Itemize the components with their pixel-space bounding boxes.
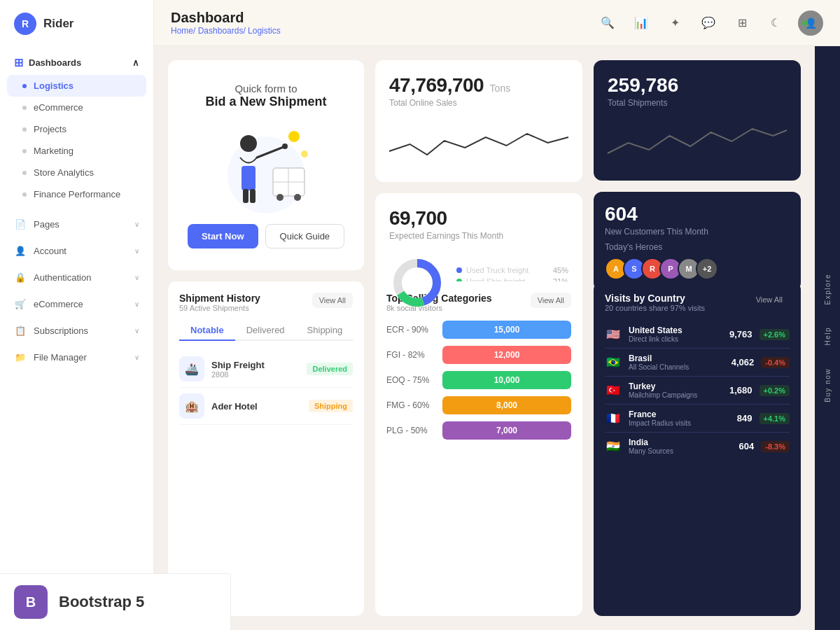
- country-info: France Impact Radius visits: [629, 410, 730, 427]
- dot: [22, 192, 27, 197]
- sidebar: R Rider ⊞ Dashboards ∧ Logistics eCommer…: [0, 0, 154, 630]
- svg-rect-5: [241, 166, 255, 190]
- chevron-down-icon: ∨: [134, 300, 139, 308]
- sidebar-item-projects[interactable]: Projects: [0, 118, 153, 140]
- tr-flag: 🇹🇷: [605, 385, 622, 396]
- svg-rect-6: [243, 189, 248, 203]
- customers-number: 604: [605, 203, 790, 225]
- help-edge-button[interactable]: Help: [818, 316, 837, 357]
- dashboards-label: Dashboards: [29, 57, 81, 68]
- chevron-down-icon: ∨: [134, 354, 139, 361]
- dashboard-icon: ⊞: [14, 56, 23, 69]
- country-info: Brasil All Social Channels: [629, 354, 724, 371]
- tab-shipping[interactable]: Shipping: [296, 321, 354, 341]
- country-title: Visits by Country: [605, 293, 705, 304]
- settings-icon[interactable]: ✦: [664, 12, 686, 34]
- country-section-header: Visits by Country 20 countries share 97%…: [605, 293, 790, 312]
- header: Dashboard Home/ Dashboards/ Logistics 🔍 …: [154, 0, 840, 46]
- messages-icon[interactable]: 💬: [697, 12, 720, 34]
- svg-rect-7: [250, 189, 255, 203]
- country-view-all-button[interactable]: View All: [749, 293, 790, 307]
- country-item-us: 🇺🇸 United States Direct link clicks 9,76…: [605, 321, 790, 349]
- dashboards-header[interactable]: ⊞ Dashboards ∧: [0, 50, 153, 75]
- shipments-number: 259,786: [608, 74, 787, 97]
- sidebar-item-finance[interactable]: Finance Performance: [0, 183, 153, 205]
- total-sales-label: Total Online Sales: [389, 98, 568, 108]
- ship-icon: 🏨: [179, 393, 204, 419]
- category-item-ecr: ECR - 90% 15,000: [386, 321, 571, 339]
- ship-info: Ship Freight 2808: [211, 360, 300, 379]
- donut-chart: [389, 255, 445, 311]
- ship-name: Ader Hotel: [211, 401, 302, 412]
- shipment-history-title-group: Shipment History 59 Active Shipments: [179, 293, 260, 312]
- us-flag: 🇺🇸: [605, 329, 622, 340]
- sidebar-item-subscriptions[interactable]: 📋 Subscriptions ∨: [0, 317, 153, 344]
- dashboards-section: ⊞ Dashboards ∧ Logistics eCommerce Proje…: [0, 48, 153, 208]
- sidebar-item-ecommerce[interactable]: eCommerce: [0, 97, 153, 118]
- country-item-br: 🇧🇷 Brasil All Social Channels 4,062 -0.4…: [605, 349, 790, 377]
- hero-avatar-extra: +2: [696, 258, 718, 280]
- grid-icon[interactable]: ⊞: [731, 12, 753, 34]
- chart-icon[interactable]: 📊: [630, 12, 652, 34]
- svg-point-11: [276, 194, 284, 201]
- header-left: Dashboard Home/ Dashboards/ Logistics: [171, 10, 281, 36]
- tab-notable[interactable]: Notable: [179, 321, 235, 341]
- ship-icon: 🚢: [179, 356, 204, 382]
- start-now-button[interactable]: Start Now: [188, 224, 258, 248]
- dark-mode-icon[interactable]: ☾: [764, 12, 787, 34]
- sidebar-item-ecommerce2[interactable]: 🛒 eCommerce ∨: [0, 290, 153, 317]
- in-change: -8.3%: [761, 441, 790, 452]
- dot: [22, 171, 27, 175]
- explore-edge-button[interactable]: Explore: [818, 262, 837, 316]
- search-icon[interactable]: 🔍: [596, 12, 619, 34]
- br-change: -0.4%: [761, 357, 790, 368]
- sidebar-item-logistics[interactable]: Logistics: [7, 75, 146, 97]
- pages-icon: 📄: [14, 218, 27, 230]
- sidebar-item-marketing[interactable]: Marketing: [0, 140, 153, 162]
- content-area: Quick form to Bid a New Shipment: [154, 46, 840, 630]
- quick-guide-button[interactable]: Quick Guide: [265, 224, 345, 248]
- breadcrumb-home[interactable]: Home/: [171, 26, 195, 36]
- svg-point-1: [288, 131, 300, 142]
- bootstrap-icon: B: [14, 585, 48, 619]
- promo-illustration: [210, 119, 322, 210]
- pages-section: 📄 Pages ∨ 👤 Account ∨ 🔒 Authentication ∨…: [0, 208, 153, 373]
- ship-name: Ship Freight: [211, 360, 300, 370]
- tr-change: +0.2%: [760, 385, 790, 396]
- promo-subtitle: Bid a New Shipment: [205, 94, 326, 109]
- sidebar-item-authentication[interactable]: 🔒 Authentication ∨: [0, 264, 153, 290]
- auth-icon: 🔒: [14, 271, 27, 284]
- sidebar-item-account[interactable]: 👤 Account ∨: [0, 237, 153, 264]
- sidebar-item-pages[interactable]: 📄 Pages ∨: [0, 211, 153, 237]
- shipment-view-all-button[interactable]: View All: [312, 293, 353, 308]
- categories-list: ECR - 90% 15,000 FGI - 82% 12,000 EOQ - …: [386, 321, 571, 440]
- right-stats-column: 259,786 Total Shipments 604 New Customer…: [594, 60, 801, 270]
- ship-info: Ader Hotel: [211, 401, 302, 412]
- tab-delivered[interactable]: Delivered: [235, 321, 296, 341]
- main-content: Dashboard Home/ Dashboards/ Logistics 🔍 …: [154, 0, 840, 630]
- mid-stats-column: 47,769,700 Tons Total Online Sales 69,70…: [375, 60, 582, 270]
- shipments-label: Total Shipments: [608, 98, 787, 108]
- sidebar-item-filemanager[interactable]: 📁 File Manager ∨: [0, 344, 153, 370]
- promo-card: Quick form to Bid a New Shipment: [168, 60, 364, 270]
- br-flag: 🇧🇷: [605, 357, 622, 368]
- chevron-down-icon: ∨: [134, 220, 139, 228]
- category-item-fgi: FGI - 82% 12,000: [386, 346, 571, 364]
- country-item-fr: 🇫🇷 France Impact Radius visits 849 +4.1%: [605, 405, 790, 433]
- svg-point-12: [294, 194, 301, 201]
- filemanager-icon: 📁: [14, 351, 27, 363]
- sidebar-logo: R Rider: [0, 0, 153, 48]
- ship-id: 2808: [211, 370, 300, 379]
- new-customers-card: 604 New Customers This Month Today's Her…: [594, 192, 801, 291]
- shipment-item: 🚢 Ship Freight 2808 Delivered: [179, 351, 353, 388]
- fr-change: +4.1%: [760, 413, 790, 424]
- sidebar-item-store-analytics[interactable]: Store Analytics: [0, 162, 153, 183]
- dot: [22, 106, 27, 110]
- breadcrumb: Home/ Dashboards/ Logistics: [171, 26, 281, 36]
- breadcrumb-dashboards[interactable]: Dashboards/: [198, 26, 246, 36]
- dashboard-grid: Quick form to Bid a New Shipment: [154, 46, 815, 630]
- shipment-history-card: Shipment History 59 Active Shipments Vie…: [168, 281, 364, 616]
- buynow-edge-button[interactable]: Buy now: [818, 357, 837, 414]
- us-change: +2.6%: [760, 329, 790, 340]
- categories-view-all-button[interactable]: View All: [531, 293, 571, 308]
